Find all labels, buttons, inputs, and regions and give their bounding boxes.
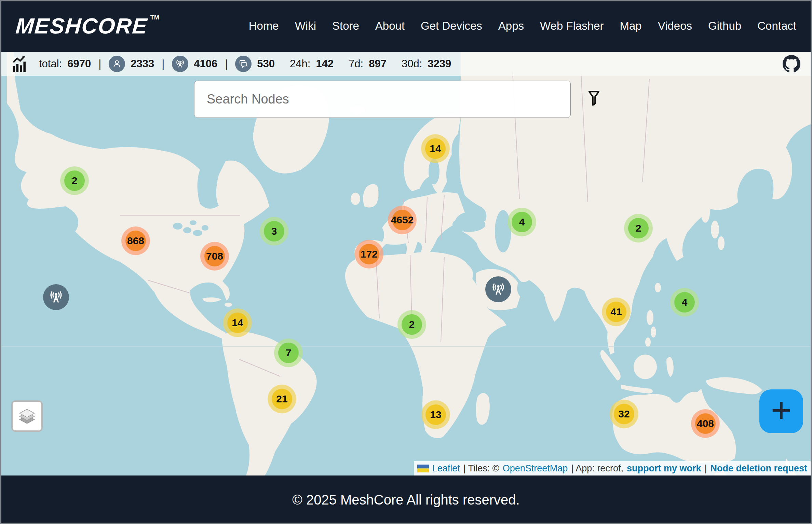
cluster-count: 2 <box>409 319 415 330</box>
cluster-marker[interactable]: 408 <box>691 409 720 438</box>
logo-text: MESHCORE <box>15 13 148 39</box>
cluster-marker[interactable]: 41 <box>602 298 631 326</box>
nav-item-videos[interactable]: Videos <box>658 19 692 32</box>
search-input[interactable] <box>194 81 571 118</box>
cluster-count: 14 <box>232 317 243 329</box>
nav-menu: HomeWikiStoreAboutGet DevicesAppsWeb Fla… <box>249 19 796 32</box>
cluster-count: 4 <box>519 216 525 228</box>
cluster-count: 868 <box>127 235 144 247</box>
tiles-text: | Tiles: © <box>463 463 499 474</box>
cluster-marker[interactable]: 172 <box>355 240 383 268</box>
stats-bar: total: 6970 | 2333 | 4106 | <box>0 52 812 76</box>
top-navbar: MESHCORE TM HomeWikiStoreAboutGet Device… <box>0 0 812 52</box>
map-canvas[interactable]: total: 6970 | 2333 | 4106 | <box>0 52 812 475</box>
cluster-count: 7 <box>286 347 292 359</box>
users-icon <box>109 56 125 72</box>
nav-item-wiki[interactable]: Wiki <box>295 19 316 32</box>
cluster-marker[interactable]: 13 <box>421 400 450 429</box>
attr-separator: | <box>704 463 707 474</box>
cluster-count: 41 <box>610 306 622 318</box>
cluster-count: 4652 <box>391 214 414 226</box>
antenna-icon <box>48 289 64 305</box>
search-container <box>194 81 571 118</box>
layers-icon <box>17 406 37 426</box>
map-attribution: Leaflet | Tiles: © OpenStreetMap | App: … <box>414 461 812 475</box>
node-deletion-link[interactable]: Node deletion request <box>710 463 807 474</box>
nav-item-github[interactable]: Github <box>708 19 741 32</box>
leaflet-link[interactable]: Leaflet <box>432 463 460 474</box>
cluster-count: 3 <box>271 225 277 237</box>
nav-item-apps[interactable]: Apps <box>498 19 524 32</box>
7d-label: 7d: <box>349 58 363 70</box>
separator: | <box>162 58 164 70</box>
nav-item-get-devices[interactable]: Get Devices <box>421 19 482 32</box>
users-value: 2333 <box>131 58 154 70</box>
github-icon[interactable] <box>783 55 800 73</box>
cluster-marker[interactable]: 2 <box>624 214 653 243</box>
cluster-marker[interactable]: 14 <box>421 134 450 163</box>
cluster-count: 32 <box>618 408 630 420</box>
filter-funnel-icon <box>584 89 604 108</box>
app-text: | App: recrof, <box>571 463 623 474</box>
cluster-count: 408 <box>697 418 714 429</box>
separator: | <box>225 58 228 70</box>
nav-item-about[interactable]: About <box>375 19 405 32</box>
24h-label: 24h: <box>290 58 310 70</box>
cluster-marker[interactable]: 3 <box>260 217 288 246</box>
repeaters-icon <box>172 56 188 72</box>
total-value: 6970 <box>67 58 91 70</box>
cluster-count: 2 <box>636 222 641 234</box>
cluster-marker[interactable]: 21 <box>268 385 296 413</box>
filter-button[interactable] <box>583 87 605 109</box>
cluster-count: 2 <box>72 175 78 187</box>
cluster-count: 4 <box>682 297 688 308</box>
repeater-node-marker[interactable] <box>43 284 69 310</box>
messages-value: 530 <box>257 58 275 70</box>
antenna-icon <box>490 281 506 297</box>
cluster-count: 21 <box>276 393 287 405</box>
messages-icon <box>235 56 252 72</box>
cluster-marker[interactable]: 868 <box>121 226 150 255</box>
plus-icon: + <box>771 392 792 428</box>
copyright-text: © 2025 MeshCore All rights reserved. <box>292 492 519 508</box>
total-label: total: <box>39 58 62 70</box>
cluster-marker[interactable]: 4652 <box>388 206 417 234</box>
nav-item-store[interactable]: Store <box>332 19 359 32</box>
page-footer: © 2025 MeshCore All rights reserved. <box>0 475 812 524</box>
7d-value: 897 <box>369 58 387 70</box>
cluster-count: 14 <box>430 143 441 154</box>
support-link[interactable]: support my work <box>627 463 701 474</box>
cluster-marker[interactable]: 2 <box>60 166 89 195</box>
separator: | <box>98 58 101 70</box>
cluster-count: 13 <box>430 409 441 420</box>
nav-item-contact[interactable]: Contact <box>757 19 796 32</box>
meshcore-logo[interactable]: MESHCORE TM <box>16 13 159 39</box>
cluster-marker[interactable]: 7 <box>274 339 303 367</box>
zoom-in-button[interactable]: + <box>759 389 803 433</box>
repeaters-value: 4106 <box>194 58 217 70</box>
30d-value: 3239 <box>428 58 451 70</box>
cluster-marker[interactable]: 32 <box>610 400 638 428</box>
layers-control-button[interactable] <box>11 400 43 432</box>
nav-item-map[interactable]: Map <box>620 19 642 32</box>
cluster-count: 708 <box>206 250 223 262</box>
cluster-count: 172 <box>361 248 378 260</box>
chart-icon <box>12 55 29 73</box>
nav-item-home[interactable]: Home <box>249 19 279 32</box>
ukraine-flag-icon <box>417 465 429 472</box>
openstreetmap-link[interactable]: OpenStreetMap <box>503 463 568 474</box>
cluster-marker[interactable]: 708 <box>200 242 229 271</box>
cluster-marker[interactable]: 4 <box>508 208 536 236</box>
trademark-symbol: TM <box>150 14 159 21</box>
30d-label: 30d: <box>402 58 422 70</box>
24h-value: 142 <box>316 58 334 70</box>
repeater-node-marker[interactable] <box>485 276 511 302</box>
cluster-marker[interactable]: 4 <box>670 288 699 317</box>
cluster-marker[interactable]: 2 <box>397 310 426 339</box>
cluster-marker[interactable]: 14 <box>223 308 252 337</box>
nav-item-web-flasher[interactable]: Web Flasher <box>540 19 604 32</box>
